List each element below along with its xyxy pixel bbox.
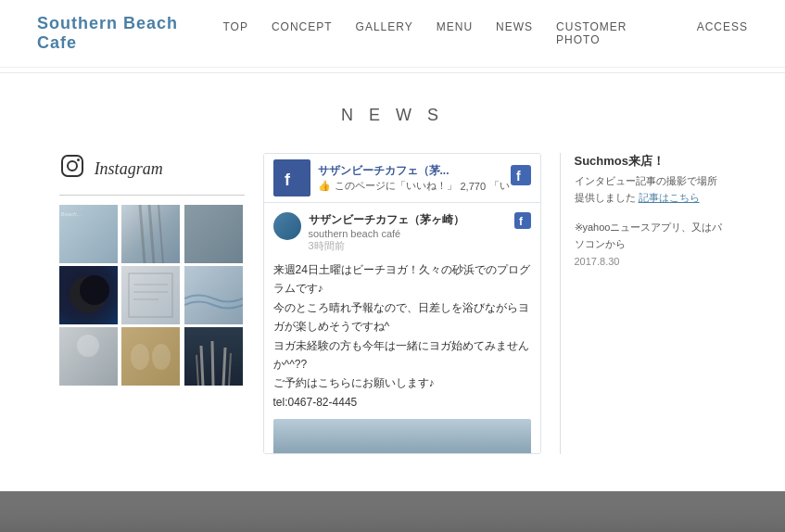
svg-rect-0	[62, 156, 82, 176]
svg-line-16	[201, 346, 203, 386]
svg-line-20	[229, 353, 231, 386]
fb-post-header: サザンビーチカフェ（茅ヶ崎） southern beach café 3時間前 …	[273, 212, 531, 253]
instagram-photo-1[interactable]: Beach...	[59, 205, 118, 263]
instagram-photo-9[interactable]	[184, 327, 243, 386]
svg-line-6	[158, 205, 163, 263]
fb-embed-header: f サザンビーチカフェ（茅... 👍 このページに「いいね！」 2,770 「い…	[264, 154, 540, 203]
nav-top[interactable]: TOP	[222, 20, 247, 46]
fb-post-avatar	[273, 212, 301, 240]
news-item-1-body: インタビュー記事の撮影で場所提供しました 記事はこちら	[575, 173, 727, 206]
news-sidebar: Suchmos来店！ インタビュー記事の撮影で場所提供しました 記事はこちら ※…	[560, 153, 727, 454]
nav-customer-photo[interactable]: CUSTOMER PHOTO	[556, 20, 674, 46]
fb-like-count: 2,770	[461, 181, 487, 192]
instagram-photo-3[interactable]	[184, 205, 243, 263]
instagram-grid[interactable]: Beach...	[59, 205, 245, 386]
fb-like-label: このページに「いいね！」	[335, 179, 457, 193]
page-title-section: N E W S	[0, 78, 785, 144]
nav-concept[interactable]: CONCEPT	[272, 20, 333, 46]
svg-point-13	[77, 335, 99, 357]
nav-menu[interactable]: MENU	[437, 20, 473, 46]
site-header: Southern Beach Cafe TOP CONCEPT GALLERY …	[0, 0, 785, 68]
fb-post-page-sub: southern beach café	[309, 228, 514, 239]
instagram-photo-7[interactable]	[59, 327, 118, 386]
footer-beach-image	[0, 491, 785, 532]
svg-rect-23	[511, 165, 531, 185]
svg-rect-9	[129, 273, 172, 317]
instagram-icon	[59, 153, 85, 185]
page-title: N E W S	[0, 106, 785, 125]
svg-line-19	[196, 355, 198, 386]
news-item-2-date: 2017.8.30	[575, 256, 727, 267]
nav-access[interactable]: ACCESS	[697, 20, 748, 46]
instagram-photo-4[interactable]	[59, 266, 118, 324]
main-nav: TOP CONCEPT GALLERY MENU NEWS CUSTOMER P…	[222, 20, 748, 46]
fb-like-section: 👍 このページに「いいね！」 2,770 「い	[318, 179, 511, 193]
svg-point-15	[152, 344, 171, 370]
svg-text:Instagram: Instagram	[93, 159, 162, 178]
svg-point-2	[77, 158, 80, 161]
svg-text:f: f	[285, 171, 291, 189]
fb-post-container: サザンビーチカフェ（茅ヶ崎） southern beach café 3時間前 …	[264, 203, 540, 453]
instagram-photo-8[interactable]	[121, 327, 180, 386]
news-item-1-link[interactable]: 記事はこちら	[639, 192, 700, 203]
fb-like-suffix: 「い	[489, 179, 510, 193]
fb-page-thumbnail: f	[273, 159, 310, 196]
instagram-photo-5[interactable]	[121, 266, 180, 324]
fb-post-image	[273, 419, 531, 453]
site-logo[interactable]: Southern Beach Cafe	[37, 14, 222, 53]
fb-post-fb-icon: f	[514, 212, 531, 233]
instagram-header: Instagram	[59, 153, 245, 196]
fb-post-time: 3時間前	[309, 239, 514, 253]
main-content: Instagram Beach...	[41, 144, 745, 491]
instagram-section: Instagram Beach...	[59, 153, 245, 454]
instagram-photo-6[interactable]	[184, 266, 243, 324]
svg-rect-21	[273, 159, 310, 196]
fb-page-name[interactable]: サザンビーチカフェ（茅...	[318, 163, 511, 179]
svg-point-8	[80, 275, 109, 305]
fb-post-text: 来週24日土曜はビーチヨガ！久々の砂浜でのプログラムです♪ 今のところ晴れ予報な…	[273, 260, 531, 412]
nav-gallery[interactable]: GALLERY	[356, 20, 413, 46]
fb-page-info: サザンビーチカフェ（茅... 👍 このページに「いいね！」 2,770 「い	[318, 163, 511, 193]
svg-line-17	[212, 341, 213, 386]
instagram-wordmark: Instagram	[93, 155, 176, 184]
fb-post-meta: サザンビーチカフェ（茅ヶ崎） southern beach café 3時間前	[309, 212, 514, 253]
instagram-photo-2[interactable]	[121, 205, 180, 263]
svg-line-18	[223, 348, 225, 386]
fb-like-thumb-icon: 👍	[318, 180, 331, 192]
svg-text:f: f	[516, 169, 521, 184]
svg-point-14	[131, 344, 149, 370]
svg-point-1	[68, 161, 77, 171]
sky-overlay	[0, 491, 785, 532]
nav-news[interactable]: NEWS	[496, 20, 533, 46]
svg-line-5	[149, 205, 154, 263]
facebook-icon[interactable]: f	[511, 165, 531, 191]
news-item-2: ※yahooニュースアプリ、又はパソコンから 2017.8.30	[575, 220, 727, 267]
news-item-1: Suchmos来店！ インタビュー記事の撮影で場所提供しました 記事はこちら	[575, 153, 727, 206]
svg-line-4	[140, 205, 145, 263]
header-divider	[0, 72, 785, 73]
news-item-1-title: Suchmos来店！	[575, 153, 727, 170]
fb-post-page-name: サザンビーチカフェ（茅ヶ崎）	[309, 212, 514, 228]
svg-rect-25	[514, 212, 531, 229]
facebook-section: f サザンビーチカフェ（茅... 👍 このページに「いいね！」 2,770 「い…	[263, 153, 541, 454]
news-item-2-body: ※yahooニュースアプリ、又はパソコンから	[575, 220, 727, 252]
